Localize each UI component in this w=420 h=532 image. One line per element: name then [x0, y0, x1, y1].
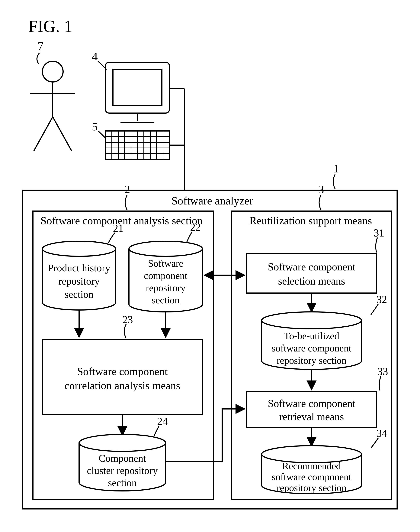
correlation-line2: correlation analysis means: [64, 379, 180, 392]
monitor-ref: 4: [92, 50, 98, 63]
user-icon: [30, 61, 75, 151]
to-be-utilized-ref: 32: [376, 294, 387, 305]
selection-box: [247, 254, 376, 293]
user-ref: 7: [38, 40, 44, 52]
svg-line-3: [34, 117, 53, 151]
svg-point-28: [79, 434, 166, 451]
cluster-repo-line2: cluster repository: [87, 465, 158, 476]
analyzer-leader: [333, 174, 335, 189]
to-be-utilized-line2: software component: [272, 343, 351, 354]
analysis-section-ref: 2: [124, 183, 130, 196]
sw-component-repo-ref: 22: [190, 221, 201, 233]
reuse-section-ref: 3: [318, 183, 324, 196]
retrieval-ref: 33: [377, 366, 388, 377]
cluster-repo-leader: [154, 426, 159, 436]
figure-label: FIG. 1: [28, 17, 73, 36]
selection-line1: Software component: [268, 261, 355, 273]
to-be-utilized-leader: [371, 304, 378, 315]
correlation-line1: Software component: [77, 365, 168, 377]
diagram-canvas: FIG. 1 7 4: [0, 0, 420, 532]
monitor-icon: [105, 62, 169, 123]
sw-component-repo-line2: component: [144, 270, 188, 281]
analyzer-label: Software analyzer: [171, 194, 253, 207]
io-cable: [169, 89, 184, 190]
analysis-section-leader: [125, 195, 127, 210]
product-history-line1: Product history: [48, 262, 110, 274]
svg-point-29: [262, 312, 361, 329]
selection-line2: selection means: [278, 275, 345, 287]
product-history-leader: [108, 233, 115, 243]
keyboard-ref: 5: [92, 120, 98, 133]
analyzer-ref: 1: [333, 162, 339, 175]
reuse-section-label: Reutilization support means: [249, 214, 372, 227]
svg-point-27: [129, 241, 202, 256]
svg-point-0: [42, 61, 63, 82]
retrieval-leader: [379, 376, 381, 390]
correlation-leader: [124, 324, 126, 338]
recommended-leader: [371, 438, 378, 448]
svg-point-26: [42, 241, 116, 256]
cluster-repo-line3: section: [108, 477, 137, 488]
svg-rect-6: [113, 70, 162, 106]
user-leader: [37, 53, 40, 64]
product-history-line3: section: [65, 289, 93, 300]
svg-line-4: [53, 117, 72, 151]
recommended-line3: repository section: [277, 483, 346, 493]
cluster-repo-ref: 24: [157, 416, 168, 427]
keyboard-icon: [105, 131, 169, 159]
keyboard-leader: [98, 131, 106, 139]
selection-leader: [376, 238, 377, 253]
correlation-ref: 23: [122, 314, 133, 325]
retrieval-line1: Software component: [268, 398, 355, 409]
sw-component-repo-line1: Software: [148, 258, 183, 269]
cluster-repo-line1: Component: [99, 453, 146, 464]
arrow-24-to-33: [166, 409, 245, 462]
reuse-section-leader: [319, 195, 321, 210]
recommended-line1: Recommended: [282, 461, 341, 471]
retrieval-line2: retrieval means: [279, 411, 344, 422]
to-be-utilized-line1: To-be-utilized: [284, 331, 339, 341]
selection-ref: 31: [374, 227, 384, 239]
recommended-ref: 34: [376, 427, 387, 439]
sw-component-repo-line3: repository: [146, 282, 186, 293]
svg-point-30: [262, 446, 361, 463]
product-history-ref: 21: [113, 222, 123, 234]
recommended-line2: software component: [272, 471, 351, 482]
sw-component-repo-leader: [187, 232, 192, 242]
sw-component-repo-line4: section: [152, 295, 180, 306]
product-history-line2: repository: [59, 275, 100, 287]
to-be-utilized-line3: repository section: [277, 355, 346, 366]
